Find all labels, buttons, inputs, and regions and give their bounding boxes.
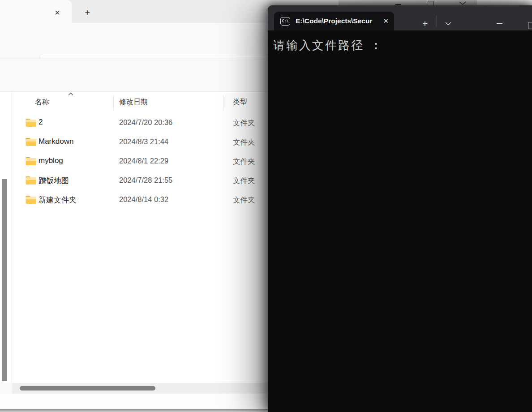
cmd-icon: C:\: [280, 17, 290, 26]
file-list: 2 2024/7/20 20:36 文件夹 Markdown 2024/8/3 …: [0, 113, 313, 210]
file-date-modified: 2024/8/3 21:44: [119, 137, 168, 146]
windows-terminal-window: C:\ E:\Code\Projects\Secur ✕ + 请输入文件路径 :: [268, 5, 532, 412]
file-name: 蹭饭地图: [39, 176, 69, 186]
file-date-modified: 2024/7/28 21:55: [119, 176, 172, 185]
folder-icon: [26, 176, 36, 185]
file-row[interactable]: myblog 2024/8/1 22:29 文件夹: [0, 152, 313, 171]
terminal-titlebar[interactable]: C:\ E:\Code\Projects\Secur ✕ +: [268, 5, 532, 30]
file-name: Markdown: [39, 137, 73, 146]
terminal-tab-title: E:\Code\Projects\Secur: [296, 17, 380, 25]
folder-icon: [26, 137, 36, 146]
tab-close-icon[interactable]: ✕: [52, 7, 63, 18]
file-type: 文件夹: [233, 157, 255, 167]
file-row[interactable]: Markdown 2024/8/3 21:44 文件夹: [0, 133, 313, 152]
file-type: 文件夹: [233, 137, 255, 147]
terminal-active-tab[interactable]: C:\ E:\Code\Projects\Secur ✕: [274, 12, 394, 30]
file-row[interactable]: 蹭饭地图 2024/7/28 21:55 文件夹: [0, 171, 313, 190]
file-type: 文件夹: [233, 118, 255, 128]
column-divider[interactable]: [113, 95, 114, 111]
sort-ascending-icon: [68, 92, 73, 96]
window-bottom-edge: [0, 409, 269, 412]
tab-dropdown-icon[interactable]: [442, 17, 454, 30]
titlebar-divider: [437, 16, 437, 27]
new-tab-icon[interactable]: +: [418, 17, 432, 30]
file-row[interactable]: 新建文件夹 2024/8/14 0:32 文件夹: [0, 190, 313, 210]
horizontal-scrollbar-thumb[interactable]: [20, 386, 155, 391]
folder-icon: [26, 195, 36, 204]
column-header-date[interactable]: 修改日期: [119, 98, 148, 107]
file-type: 文件夹: [233, 195, 255, 205]
column-header-name[interactable]: 名称: [35, 98, 49, 107]
folder-icon: [26, 157, 36, 166]
status-bar: [0, 394, 313, 409]
file-list-panel: 名称 修改日期 类型 2 2024/7/20 20:36 文件夹: [0, 92, 313, 383]
file-type: 文件夹: [233, 176, 255, 186]
new-tab-icon[interactable]: +: [82, 7, 93, 18]
maximize-icon[interactable]: [528, 22, 532, 29]
minimize-icon[interactable]: [492, 17, 507, 30]
file-date-modified: 2024/7/20 20:36: [119, 118, 172, 127]
file-name: 新建文件夹: [39, 195, 77, 205]
terminal-prompt-text: 请输入文件路径 :: [273, 38, 381, 53]
file-name: myblog: [39, 156, 63, 165]
file-date-modified: 2024/8/1 22:29: [119, 157, 168, 165]
file-row[interactable]: 2 2024/7/20 20:36 文件夹: [0, 113, 313, 133]
tab-close-icon[interactable]: ✕: [383, 17, 389, 25]
column-header-type[interactable]: 类型: [233, 98, 247, 107]
file-name: 2: [39, 118, 43, 127]
folder-icon: [26, 118, 36, 127]
column-divider[interactable]: [223, 95, 223, 111]
file-date-modified: 2024/8/14 0:32: [119, 195, 168, 204]
